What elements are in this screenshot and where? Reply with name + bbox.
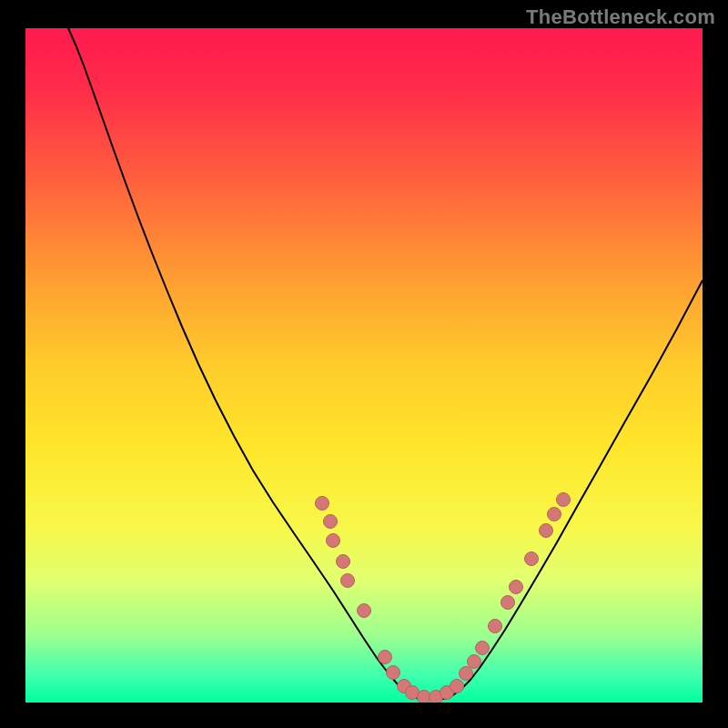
data-dot <box>540 524 553 538</box>
data-dot <box>489 620 502 633</box>
data-dot <box>316 497 329 511</box>
data-dot <box>510 581 523 594</box>
data-dot <box>337 555 350 569</box>
data-dot <box>341 574 355 588</box>
data-dot <box>358 604 371 618</box>
data-dot <box>548 508 561 521</box>
data-dot <box>468 655 481 669</box>
watermark-label: TheBottleneck.com <box>526 5 715 29</box>
data-dot <box>557 493 571 507</box>
data-dot <box>525 552 539 566</box>
plot-area <box>25 28 703 703</box>
data-dot <box>476 642 490 655</box>
data-dot <box>379 651 392 664</box>
data-dot <box>501 596 515 610</box>
data-dot <box>327 534 340 548</box>
data-dot <box>324 515 338 529</box>
data-dot <box>450 680 464 693</box>
data-dot <box>460 667 473 681</box>
gradient-background <box>25 28 703 703</box>
chart-frame: TheBottleneck.com <box>0 0 728 728</box>
data-dot <box>387 666 400 680</box>
bottleneck-chart <box>25 28 703 703</box>
